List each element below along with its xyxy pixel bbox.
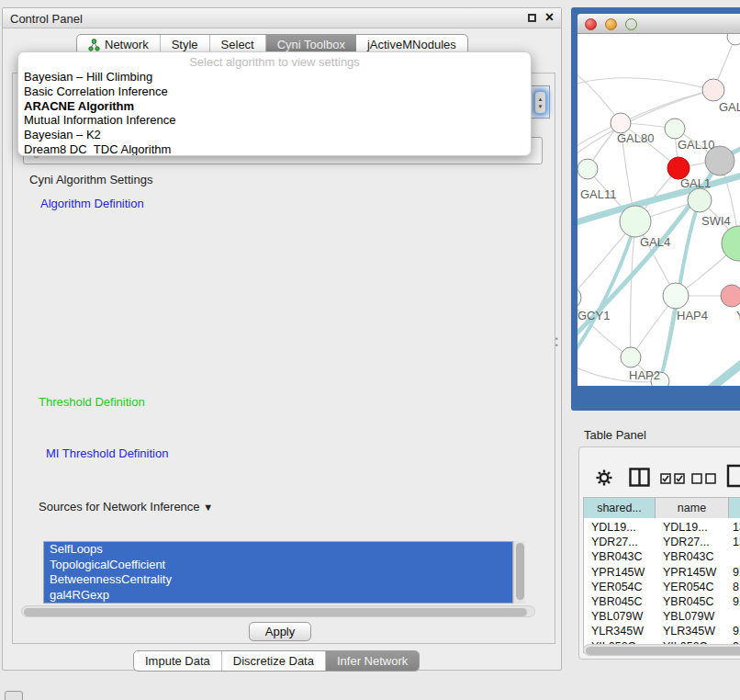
node-label-gal1: GAL1 xyxy=(680,176,711,190)
network-view-window[interactable]: GAL7 GAL80 GAL10 GAL1 GAL11 SWI4 GAL4 GC… xyxy=(571,7,740,411)
list-item-betweennesscentrality[interactable]: BetweennessCentrality xyxy=(44,572,512,588)
node-unlabeled-top[interactable] xyxy=(727,34,740,45)
panel-splitter-handle[interactable]: ▪▪ xyxy=(555,335,561,348)
popup-item-bayesian-hill-climbing[interactable]: Bayesian – Hill Climbing xyxy=(18,70,531,85)
table-hscrollbar-thumb[interactable] xyxy=(586,647,740,655)
tab-infer-network[interactable]: Infer Network xyxy=(326,651,419,671)
data-attributes-list[interactable]: SelfLoops TopologicalCoefficient Between… xyxy=(43,541,513,604)
deselect-checkboxes-icon[interactable] xyxy=(691,473,716,484)
popup-hint: Select algorithm to view settings xyxy=(18,52,531,70)
expanded-arrow-icon[interactable]: ▼ xyxy=(203,502,213,513)
network-graph: GAL7 GAL80 GAL10 GAL1 GAL11 SWI4 GAL4 GC… xyxy=(577,34,740,386)
table-row[interactable]: YBR043C YBR043C xyxy=(584,549,740,564)
close-traffic-light[interactable] xyxy=(585,18,597,30)
node-swi4[interactable] xyxy=(688,188,712,212)
node-gal80[interactable] xyxy=(611,113,631,133)
table-panel: shared... name A YDL19... YDL19... 13 YD… xyxy=(578,446,740,660)
tab-discretize-data[interactable]: Discretize Data xyxy=(222,651,326,671)
network-window-titlebar[interactable] xyxy=(577,14,740,34)
node-label-gal4: GAL4 xyxy=(640,235,670,249)
table-row[interactable]: YER054C YER054C 8. xyxy=(584,580,740,594)
list-item-selfloops[interactable]: SelfLoops xyxy=(44,542,512,558)
table-row[interactable]: YLR345W YLR345W 9. xyxy=(584,624,740,638)
popup-item-basic-correlation[interactable]: Basic Correlation Inference xyxy=(18,85,531,99)
show-columns-icon[interactable] xyxy=(629,468,650,487)
algorithm-dropdown-popup: Select algorithm to view settings Bayesi… xyxy=(17,51,532,156)
node-green-right[interactable] xyxy=(722,226,740,261)
node-label-y: Y xyxy=(736,309,740,322)
popup-item-aracne[interactable]: ARACNE Algorithm xyxy=(18,99,531,114)
network-canvas[interactable]: GAL7 GAL80 GAL10 GAL1 GAL11 SWI4 GAL4 GC… xyxy=(577,34,740,386)
zoom-traffic-light[interactable] xyxy=(625,18,637,30)
threshold-definition-title: Threshold Definition xyxy=(36,395,148,409)
popup-item-mutual-information[interactable]: Mutual Information Inference xyxy=(18,113,531,128)
gear-icon[interactable] xyxy=(596,469,612,486)
column-header-shared-name[interactable]: shared... xyxy=(584,498,656,518)
tab-network-label: Network xyxy=(105,38,149,51)
control-panel-titlebar: Control Panel × xyxy=(3,8,561,28)
table-row[interactable]: YDR27... YDR27... 12 xyxy=(584,535,740,549)
minimized-panel-icon[interactable] xyxy=(5,691,23,700)
network-nodes[interactable] xyxy=(577,34,740,386)
table-row[interactable]: YBL079W YBL079W xyxy=(584,609,740,624)
close-icon[interactable]: × xyxy=(545,9,554,26)
popup-item-dream8[interactable]: Dream8 DC_TDC Algorithm xyxy=(18,142,531,156)
node-hap4[interactable] xyxy=(663,283,689,309)
settings-group-title: Cyni Algorithm Settings xyxy=(27,173,155,186)
column-header-name[interactable]: name xyxy=(656,498,729,518)
node-salmon[interactable] xyxy=(721,285,740,307)
select-all-checkboxes-icon[interactable] xyxy=(660,473,685,484)
mi-threshold-group-title: MI Threshold Definition xyxy=(43,446,171,460)
popup-item-bayesian-k2[interactable]: Bayesian – K2 xyxy=(18,128,531,142)
panel-title: Control Panel xyxy=(10,12,83,26)
network-icon xyxy=(88,39,100,51)
cyni-bottom-tabs: Impute Data Discretize Data Infer Networ… xyxy=(133,650,420,672)
node-gal7[interactable] xyxy=(702,79,724,101)
node-gal4[interactable] xyxy=(620,206,651,237)
minimize-traffic-light[interactable] xyxy=(605,18,617,30)
node-gcy1[interactable] xyxy=(577,287,581,309)
sources-group-title[interactable]: Sources for Network Inference ▼ xyxy=(36,500,216,514)
node-label-hap4: HAP4 xyxy=(677,309,708,322)
attributes-scrollbar[interactable] xyxy=(513,541,525,604)
table-row[interactable]: YDL19... YDL19... 13 xyxy=(584,520,740,535)
file-icon-partial[interactable] xyxy=(726,464,740,488)
table-row[interactable]: YBR045C YBR045C 9. xyxy=(584,594,740,609)
combo-spinner-focused[interactable]: ▲▼ xyxy=(534,91,546,114)
table-hscrollbar[interactable] xyxy=(583,644,740,656)
control-panel-window: Control Panel × Network Style Select Cyn… xyxy=(2,7,562,671)
node-label-gal11: GAL11 xyxy=(580,187,617,201)
settings-hscrollbar-thumb[interactable] xyxy=(24,608,527,616)
node-label-hap2: HAP2 xyxy=(629,368,660,382)
node-gal10[interactable] xyxy=(665,119,685,139)
network-node-labels: GAL7 GAL80 GAL10 GAL1 GAL11 SWI4 GAL4 GC… xyxy=(577,100,740,382)
settings-hscrollbar[interactable] xyxy=(21,605,535,617)
list-item-topologicalcoefficient[interactable]: TopologicalCoefficient xyxy=(44,558,512,573)
column-header-third[interactable]: A xyxy=(729,498,740,518)
node-label-gal7: GAL7 xyxy=(719,100,740,114)
tab-impute-data[interactable]: Impute Data xyxy=(134,651,222,671)
float-window-icon[interactable] xyxy=(528,14,536,22)
node-label-gal10: GAL10 xyxy=(678,138,714,152)
node-hap2[interactable] xyxy=(621,347,641,367)
node-gal11[interactable] xyxy=(577,159,598,179)
algorithm-definition-title: Algorithm Definition xyxy=(38,197,147,210)
list-item-gal4rgexp[interactable]: gal4RGexp xyxy=(44,588,512,604)
node-table[interactable]: shared... name A YDL19... YDL19... 13 YD… xyxy=(583,497,740,653)
node-label-swi4: SWI4 xyxy=(701,214,731,228)
node-label-gcy1: GCY1 xyxy=(577,309,610,322)
node-label-gal80: GAL80 xyxy=(617,131,654,145)
table-row[interactable]: YPR145W YPR145W 9. xyxy=(584,565,740,580)
apply-button[interactable]: Apply xyxy=(249,622,311,641)
table-panel-title: Table Panel xyxy=(584,428,646,442)
attributes-scrollbar-thumb[interactable] xyxy=(516,543,524,600)
